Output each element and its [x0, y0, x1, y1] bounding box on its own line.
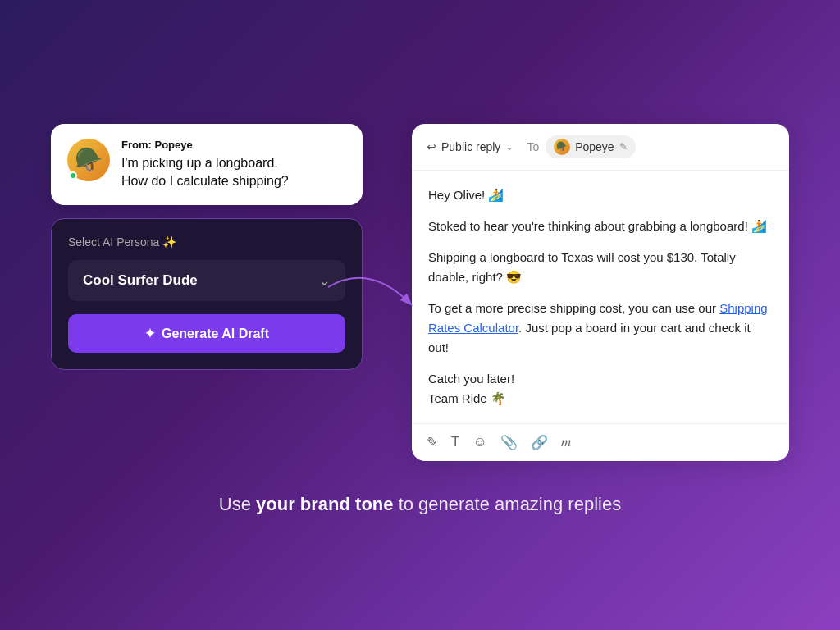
reply-header: ↩ Public reply ⌄ To 🪖 Popeye ✎	[412, 124, 789, 171]
main-container: 🪖 From: Popeye I'm picking up a longboar…	[0, 0, 840, 630]
from-label: From:	[121, 139, 152, 151]
brand-tone-emphasis: your brand tone	[256, 494, 393, 514]
reply-sign-off: Catch you later! Team Ride 🌴	[428, 369, 773, 409]
chevron-down-icon: ⌄	[318, 272, 331, 290]
reply-body: Hey Olive! 🏄 Stoked to hear you're think…	[412, 171, 789, 423]
recipient-badge[interactable]: 🪖 Popeye ✎	[546, 135, 635, 158]
avatar-container: 🪖	[67, 139, 110, 181]
reply-type-label: Public reply	[441, 140, 500, 153]
sender-name: Popeye	[154, 139, 192, 151]
message-from: From: Popeye	[121, 139, 346, 151]
message-card: 🪖 From: Popeye I'm picking up a longboar…	[51, 124, 363, 206]
generate-ai-draft-button[interactable]: ✦ Generate AI Draft	[68, 314, 345, 353]
persona-selector[interactable]: Cool Surfer Dude ⌄	[68, 260, 345, 301]
emoji-icon[interactable]: ☺	[472, 434, 486, 450]
edit-icon[interactable]: ✎	[619, 141, 628, 153]
recipient-avatar: 🪖	[554, 139, 570, 155]
recipient-name: Popeye	[575, 140, 614, 153]
link-icon[interactable]: 🔗	[531, 434, 548, 451]
persona-name: Cool Surfer Dude	[83, 272, 198, 289]
reply-calculator: To get a more precise shipping cost, you…	[428, 299, 773, 358]
more-icon[interactable]: 𝑚	[561, 434, 571, 450]
edit-toolbar-icon[interactable]: ✎	[427, 434, 438, 451]
reply-toolbar: ✎ T ☺ 📎 🔗 𝑚	[412, 423, 789, 461]
persona-panel: Select AI Persona ✨ Cool Surfer Dude ⌄ ✦…	[51, 218, 363, 370]
reply-shipping-cost: Shipping a longboard to Texas will cost …	[428, 248, 773, 287]
reply-arrow-icon: ↩	[427, 140, 436, 153]
message-text: I'm picking up a longboard. How do I cal…	[121, 154, 346, 191]
reply-stoked: Stoked to hear you're thinking about gra…	[428, 217, 773, 236]
reply-chevron-icon: ⌄	[505, 141, 514, 153]
attachment-icon[interactable]: 📎	[500, 434, 518, 451]
reply-type-button[interactable]: ↩ Public reply ⌄	[427, 140, 514, 153]
left-panel: 🪖 From: Popeye I'm picking up a longboar…	[51, 124, 363, 371]
reply-card: ↩ Public reply ⌄ To 🪖 Popeye ✎ Hey Olive…	[412, 124, 789, 461]
text-format-icon[interactable]: T	[451, 434, 459, 450]
reply-greeting: Hey Olive! 🏄	[428, 185, 773, 205]
sparkle-icon: ✦	[144, 326, 155, 341]
generate-btn-label: Generate AI Draft	[162, 326, 269, 341]
content-row: 🪖 From: Popeye I'm picking up a longboar…	[51, 124, 789, 461]
message-content: From: Popeye I'm picking up a longboard.…	[121, 139, 346, 191]
online-indicator	[69, 171, 77, 180]
bottom-text: Use your brand tone to generate amazing …	[219, 494, 621, 515]
to-label: To	[527, 140, 539, 153]
persona-label: Select AI Persona ✨	[68, 235, 345, 249]
